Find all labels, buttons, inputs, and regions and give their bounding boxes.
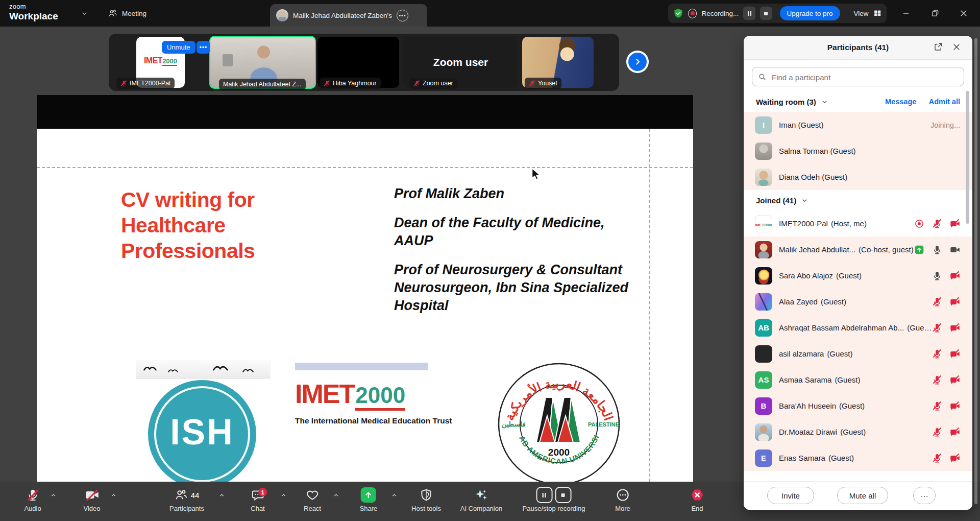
participant-name-pill: Malik Jehad Abdullateef Z... xyxy=(219,79,306,90)
camera-off-icon[interactable] xyxy=(950,375,960,385)
mic-muted-icon[interactable] xyxy=(932,453,942,463)
pause-icon[interactable] xyxy=(536,487,552,503)
joined-row-baraah[interactable]: B Bara'Ah Huseein(Guest) xyxy=(744,393,972,419)
ish-hospital-logo: ISH xyxy=(148,380,256,482)
stop-recording-button[interactable] xyxy=(760,7,772,20)
participants-button[interactable]: 44 Participants xyxy=(169,482,204,521)
chat-button[interactable]: 1 Chat xyxy=(251,482,264,521)
slide-title: CV writing for Healthcare Professionals xyxy=(121,187,292,264)
window-scrollbar[interactable] xyxy=(974,38,977,504)
camera-off-icon[interactable] xyxy=(950,401,960,411)
mic-muted-icon[interactable] xyxy=(932,323,942,333)
tab-options-ellipsis-icon[interactable]: ••• xyxy=(397,10,408,21)
joined-row-enas[interactable]: E Enas Samara(Guest) xyxy=(744,445,972,471)
camera-off-icon[interactable] xyxy=(950,219,960,229)
invite-button[interactable]: Invite xyxy=(767,487,814,504)
participants-options-caret[interactable] xyxy=(218,492,225,499)
mic-muted-icon[interactable] xyxy=(932,401,942,411)
upgrade-to-pro-button[interactable]: Upgrade to pro xyxy=(780,6,840,20)
camera-off-icon[interactable] xyxy=(950,297,960,307)
share-options-caret[interactable] xyxy=(391,492,398,499)
react-button[interactable]: React xyxy=(304,482,321,521)
joined-row-sara[interactable]: Sara Abo Alajoz(Guest) xyxy=(744,263,972,289)
audio-button[interactable]: Audio xyxy=(24,482,41,521)
mic-muted-icon[interactable] xyxy=(932,219,942,229)
chevron-down-icon[interactable] xyxy=(801,197,808,204)
brand-workplace: Workplace xyxy=(9,11,58,21)
shared-presentation-slide: CV writing for Healthcare Professionals … xyxy=(37,129,693,482)
brand-zoom: zoom xyxy=(9,3,58,10)
zoom-user-name-text: Zoom user xyxy=(433,56,488,68)
joined-section-header: Joined (41) xyxy=(744,190,972,210)
zoom-meeting-window: zoom Workplace Meeting Malik Jehad Abdul… xyxy=(0,0,980,521)
end-meeting-button[interactable]: End xyxy=(690,482,704,521)
avatar: E xyxy=(755,449,772,467)
mic-muted-icon[interactable] xyxy=(932,375,942,385)
waiting-row-diana[interactable]: Diana Odeh (Guest) xyxy=(744,164,972,190)
camera-off-icon[interactable] xyxy=(950,427,960,437)
joined-row-imet2000[interactable]: IMET2000 IMET2000-Pal(Host, me) xyxy=(744,210,972,236)
unmute-button[interactable]: Unmute xyxy=(162,41,195,54)
view-button-label[interactable]: View xyxy=(854,10,869,17)
camera-off-icon[interactable] xyxy=(950,349,960,359)
camera-off-icon[interactable] xyxy=(950,271,960,281)
mic-muted-icon[interactable] xyxy=(932,349,942,359)
chat-options-caret[interactable] xyxy=(280,492,287,499)
stop-icon[interactable] xyxy=(555,487,571,503)
restore-window-button[interactable] xyxy=(925,6,945,21)
speaker-credentials: Prof Malik Zaben Dean of the Faculty of … xyxy=(394,185,636,326)
panel-more-button[interactable]: ··· xyxy=(913,487,936,504)
close-window-button[interactable] xyxy=(953,6,974,21)
thumbnail-more-button[interactable]: ••• xyxy=(197,41,210,54)
camera-on-icon[interactable] xyxy=(950,245,960,255)
video-options-caret[interactable] xyxy=(110,492,117,499)
popout-panel-icon[interactable] xyxy=(934,42,943,52)
admit-all-link[interactable]: Admit all xyxy=(929,98,960,106)
brand-chevron-down-icon[interactable] xyxy=(81,10,88,17)
avatar: AB xyxy=(755,319,772,337)
joined-row-asmaa[interactable]: AS Asmaa Sarama(Guest) xyxy=(744,367,972,393)
audio-options-caret[interactable] xyxy=(50,492,57,499)
next-participants-page-button[interactable] xyxy=(626,51,649,73)
close-panel-icon[interactable] xyxy=(952,42,961,52)
joined-row-moataz[interactable]: Dr.Moataz Dirawi(Guest) xyxy=(744,419,972,445)
mute-all-button[interactable]: Mute all xyxy=(837,487,888,504)
chevron-down-icon[interactable] xyxy=(821,98,828,106)
share-button[interactable]: Share xyxy=(360,482,378,521)
mic-on-icon[interactable] xyxy=(932,271,942,281)
pause-stop-recording-button[interactable]: Pause/stop recording xyxy=(523,482,585,521)
mic-on-icon[interactable] xyxy=(932,245,942,255)
more-button[interactable]: More xyxy=(615,482,630,521)
minimize-button[interactable] xyxy=(896,6,916,21)
imet2000-mini-logo: IMET2000 xyxy=(136,56,185,65)
panel-scrollbar[interactable] xyxy=(966,91,969,224)
pause-recording-button[interactable] xyxy=(743,7,755,20)
message-link[interactable]: Message xyxy=(885,98,916,106)
joined-row-asil[interactable]: asil alzamara(Guest) xyxy=(744,341,972,367)
recording-status-chip: Recording... Upgrade to pro View xyxy=(668,4,887,23)
video-button[interactable]: Video xyxy=(83,482,100,521)
avatar xyxy=(276,9,288,21)
camera-off-icon[interactable] xyxy=(950,323,960,333)
react-options-caret[interactable] xyxy=(333,492,339,499)
mic-muted-icon[interactable] xyxy=(932,427,942,437)
security-shield-icon[interactable] xyxy=(673,8,683,19)
tab-meeting[interactable]: Meeting xyxy=(108,0,146,27)
view-grid-icon[interactable] xyxy=(873,9,881,18)
waiting-row-iman[interactable]: I Iman (Guest) Joining... xyxy=(744,112,972,138)
joining-status: Joining... xyxy=(930,121,960,129)
joined-row-malik[interactable]: Malik Jehad Abdullat...(Co-host, guest) xyxy=(744,236,972,263)
mic-muted-icon[interactable] xyxy=(932,297,942,307)
joined-row-ashraqat[interactable]: AB Ashraqat Bassam Abdelrahman Ab...(Gue… xyxy=(744,315,972,341)
mic-muted-icon xyxy=(413,80,420,87)
ai-companion-button[interactable]: AI Companion xyxy=(460,482,502,521)
tab-active-speaker[interactable]: Malik Jehad Abdullateef Zaben's ••• xyxy=(270,4,427,27)
waiting-room-label: Waiting room (3) xyxy=(756,98,816,106)
waiting-row-salma[interactable]: Salma Torman (Guest) xyxy=(744,138,972,164)
host-tools-button[interactable]: Host tools xyxy=(411,482,441,521)
search-input[interactable] xyxy=(771,68,962,86)
camera-off-icon[interactable] xyxy=(950,453,960,463)
recording-label: Recording... xyxy=(701,10,739,17)
joined-row-alaa[interactable]: Alaa Zayed(Guest) xyxy=(744,289,972,315)
joined-label: Joined (41) xyxy=(756,196,796,205)
